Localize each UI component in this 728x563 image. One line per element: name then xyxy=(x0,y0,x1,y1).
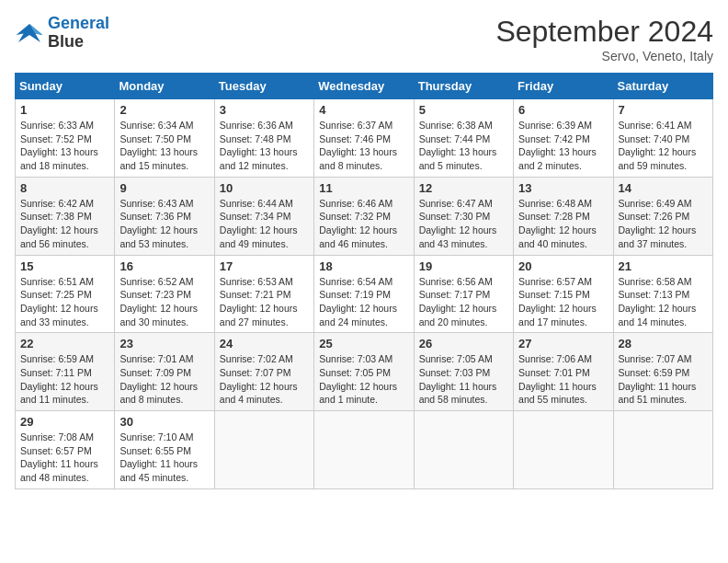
day-number: 14 xyxy=(619,181,708,195)
day-cell xyxy=(414,411,513,489)
day-cell: 29Sunrise: 7:08 AMSunset: 6:57 PMDayligh… xyxy=(16,411,115,489)
day-cell: 13Sunrise: 6:48 AMSunset: 7:28 PMDayligh… xyxy=(514,177,613,255)
day-info: Sunrise: 6:43 AMSunset: 7:36 PMDaylight:… xyxy=(119,197,209,251)
day-number: 11 xyxy=(319,181,408,195)
day-number: 23 xyxy=(119,337,209,350)
day-info: Sunrise: 6:37 AMSunset: 7:46 PMDaylight:… xyxy=(319,119,408,173)
week-row-5: 29Sunrise: 7:08 AMSunset: 6:57 PMDayligh… xyxy=(16,411,713,489)
day-number: 27 xyxy=(518,337,608,350)
day-info: Sunrise: 6:44 AMSunset: 7:34 PMDaylight:… xyxy=(220,197,309,251)
day-number: 26 xyxy=(419,337,508,350)
title-block: September 2024 Servo, Veneto, Italy xyxy=(495,15,713,63)
calendar-body: 1Sunrise: 6:33 AMSunset: 7:52 PMDaylight… xyxy=(16,99,713,489)
day-cell: 30Sunrise: 7:10 AMSunset: 6:55 PMDayligh… xyxy=(115,411,214,489)
page-header: GeneralBlue September 2024 Servo, Veneto… xyxy=(15,15,713,63)
day-info: Sunrise: 7:06 AMSunset: 7:01 PMDaylight:… xyxy=(518,352,608,407)
day-number: 18 xyxy=(319,259,408,273)
day-cell: 26Sunrise: 7:05 AMSunset: 7:03 PMDayligh… xyxy=(414,333,513,411)
day-info: Sunrise: 6:49 AMSunset: 7:26 PMDaylight:… xyxy=(619,197,708,251)
day-cell: 19Sunrise: 6:56 AMSunset: 7:17 PMDayligh… xyxy=(414,255,513,333)
day-cell: 3Sunrise: 6:36 AMSunset: 7:48 PMDaylight… xyxy=(214,99,313,178)
logo-text: GeneralBlue xyxy=(48,15,109,52)
day-number: 2 xyxy=(119,103,209,117)
day-number: 15 xyxy=(20,259,109,273)
day-info: Sunrise: 6:38 AMSunset: 7:44 PMDaylight:… xyxy=(419,119,508,173)
day-cell xyxy=(514,411,613,489)
week-row-4: 22Sunrise: 6:59 AMSunset: 7:11 PMDayligh… xyxy=(16,333,713,411)
day-number: 25 xyxy=(319,337,408,350)
day-info: Sunrise: 7:03 AMSunset: 7:05 PMDaylight:… xyxy=(319,352,408,407)
header-monday: Monday xyxy=(115,74,214,99)
logo-icon xyxy=(15,20,44,46)
day-info: Sunrise: 6:59 AMSunset: 7:11 PMDaylight:… xyxy=(20,352,109,407)
day-number: 22 xyxy=(20,337,109,350)
day-info: Sunrise: 6:57 AMSunset: 7:15 PMDaylight:… xyxy=(518,275,608,329)
day-cell: 12Sunrise: 6:47 AMSunset: 7:30 PMDayligh… xyxy=(414,177,513,255)
day-number: 19 xyxy=(419,259,508,273)
day-cell: 23Sunrise: 7:01 AMSunset: 7:09 PMDayligh… xyxy=(115,333,214,411)
day-cell: 2Sunrise: 6:34 AMSunset: 7:50 PMDaylight… xyxy=(115,99,214,178)
header-saturday: Saturday xyxy=(613,74,712,99)
header-sunday: Sunday xyxy=(16,74,115,99)
day-cell: 16Sunrise: 6:52 AMSunset: 7:23 PMDayligh… xyxy=(115,255,214,333)
month-title: September 2024 xyxy=(495,15,713,49)
header-friday: Friday xyxy=(514,74,613,99)
day-number: 20 xyxy=(518,259,608,273)
day-number: 12 xyxy=(419,181,508,195)
calendar-table: SundayMondayTuesdayWednesdayThursdayFrid… xyxy=(15,73,713,489)
day-cell: 28Sunrise: 7:07 AMSunset: 6:59 PMDayligh… xyxy=(613,333,712,411)
day-info: Sunrise: 6:39 AMSunset: 7:42 PMDaylight:… xyxy=(518,119,608,173)
day-number: 5 xyxy=(419,103,508,117)
day-cell: 27Sunrise: 7:06 AMSunset: 7:01 PMDayligh… xyxy=(514,333,613,411)
day-cell: 11Sunrise: 6:46 AMSunset: 7:32 PMDayligh… xyxy=(314,177,414,255)
day-cell: 21Sunrise: 6:58 AMSunset: 7:13 PMDayligh… xyxy=(613,255,712,333)
day-cell: 4Sunrise: 6:37 AMSunset: 7:46 PMDaylight… xyxy=(314,99,414,178)
day-info: Sunrise: 6:33 AMSunset: 7:52 PMDaylight:… xyxy=(20,119,109,173)
day-cell: 18Sunrise: 6:54 AMSunset: 7:19 PMDayligh… xyxy=(314,255,414,333)
day-info: Sunrise: 6:56 AMSunset: 7:17 PMDaylight:… xyxy=(419,275,508,329)
week-row-1: 1Sunrise: 6:33 AMSunset: 7:52 PMDaylight… xyxy=(16,99,713,178)
header-thursday: Thursday xyxy=(414,74,513,99)
day-cell xyxy=(613,411,712,489)
day-cell: 17Sunrise: 6:53 AMSunset: 7:21 PMDayligh… xyxy=(214,255,313,333)
day-number: 24 xyxy=(220,337,309,350)
day-info: Sunrise: 7:10 AMSunset: 6:55 PMDaylight:… xyxy=(119,431,209,485)
day-cell: 7Sunrise: 6:41 AMSunset: 7:40 PMDaylight… xyxy=(613,99,712,178)
day-info: Sunrise: 7:05 AMSunset: 7:03 PMDaylight:… xyxy=(419,352,508,407)
day-cell: 24Sunrise: 7:02 AMSunset: 7:07 PMDayligh… xyxy=(214,333,313,411)
day-cell: 20Sunrise: 6:57 AMSunset: 7:15 PMDayligh… xyxy=(514,255,613,333)
day-info: Sunrise: 6:51 AMSunset: 7:25 PMDaylight:… xyxy=(20,275,109,329)
day-info: Sunrise: 6:36 AMSunset: 7:48 PMDaylight:… xyxy=(220,119,309,173)
day-number: 13 xyxy=(518,181,608,195)
day-number: 10 xyxy=(220,181,309,195)
day-info: Sunrise: 6:52 AMSunset: 7:23 PMDaylight:… xyxy=(119,275,209,329)
day-number: 7 xyxy=(619,103,708,117)
header-wednesday: Wednesday xyxy=(314,74,414,99)
calendar-header: SundayMondayTuesdayWednesdayThursdayFrid… xyxy=(16,74,713,99)
day-info: Sunrise: 7:08 AMSunset: 6:57 PMDaylight:… xyxy=(20,431,109,485)
day-cell xyxy=(214,411,313,489)
day-number: 9 xyxy=(119,181,209,195)
location-subtitle: Servo, Veneto, Italy xyxy=(495,49,713,63)
week-row-3: 15Sunrise: 6:51 AMSunset: 7:25 PMDayligh… xyxy=(16,255,713,333)
day-cell: 15Sunrise: 6:51 AMSunset: 7:25 PMDayligh… xyxy=(16,255,115,333)
day-number: 3 xyxy=(220,103,309,117)
day-number: 6 xyxy=(518,103,608,117)
day-number: 28 xyxy=(619,337,708,350)
day-info: Sunrise: 6:34 AMSunset: 7:50 PMDaylight:… xyxy=(119,119,209,173)
day-info: Sunrise: 6:42 AMSunset: 7:38 PMDaylight:… xyxy=(20,197,109,251)
day-number: 1 xyxy=(20,103,109,117)
header-row: SundayMondayTuesdayWednesdayThursdayFrid… xyxy=(16,74,713,99)
day-info: Sunrise: 7:02 AMSunset: 7:07 PMDaylight:… xyxy=(220,352,309,407)
day-info: Sunrise: 7:07 AMSunset: 6:59 PMDaylight:… xyxy=(619,352,708,407)
day-number: 29 xyxy=(20,415,109,429)
day-info: Sunrise: 6:48 AMSunset: 7:28 PMDaylight:… xyxy=(518,197,608,251)
day-info: Sunrise: 7:01 AMSunset: 7:09 PMDaylight:… xyxy=(119,352,209,407)
day-info: Sunrise: 6:58 AMSunset: 7:13 PMDaylight:… xyxy=(619,275,708,329)
week-row-2: 8Sunrise: 6:42 AMSunset: 7:38 PMDaylight… xyxy=(16,177,713,255)
day-number: 8 xyxy=(20,181,109,195)
day-cell: 14Sunrise: 6:49 AMSunset: 7:26 PMDayligh… xyxy=(613,177,712,255)
day-cell: 8Sunrise: 6:42 AMSunset: 7:38 PMDaylight… xyxy=(16,177,115,255)
header-tuesday: Tuesday xyxy=(214,74,313,99)
day-info: Sunrise: 6:53 AMSunset: 7:21 PMDaylight:… xyxy=(220,275,309,329)
